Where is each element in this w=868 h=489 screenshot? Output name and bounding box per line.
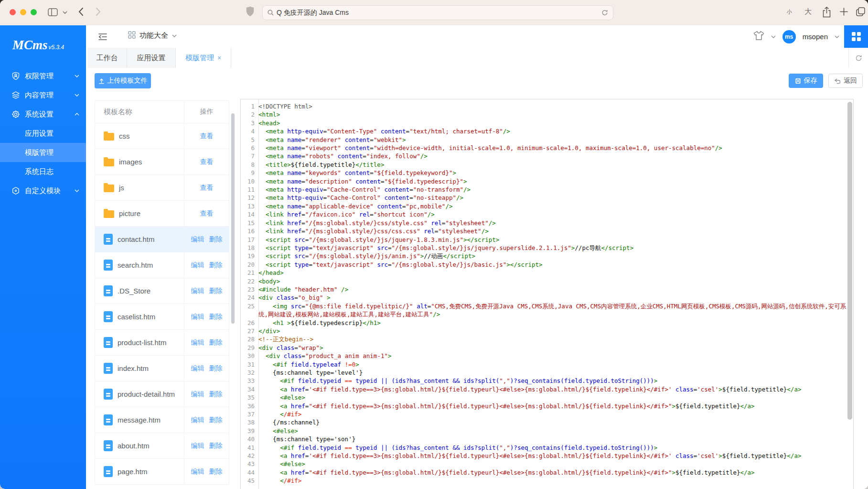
code-line[interactable]: 21</head> bbox=[241, 269, 847, 277]
avatar[interactable]: ms bbox=[782, 30, 796, 43]
code-line[interactable]: 39 <#else> bbox=[241, 427, 847, 435]
code-line[interactable]: 31 <#if field.typeleaf !=0> bbox=[241, 360, 847, 369]
code-line[interactable]: 23<#include "header.htm" /> bbox=[241, 285, 847, 293]
file-row-message.htm[interactable]: message.htm编辑删除 bbox=[95, 407, 229, 433]
app-menu[interactable]: 功能大全 bbox=[128, 31, 177, 40]
code-line[interactable]: 4 <meta http-equiv="Content-Type" conten… bbox=[241, 127, 847, 135]
code-line[interactable]: 22<body> bbox=[241, 277, 847, 285]
code-line[interactable]: 40 {ms:channel type='son'} bbox=[241, 435, 847, 443]
code-line[interactable]: 32 {ms:channel type='level'} bbox=[241, 369, 847, 377]
view-link[interactable]: 查看 bbox=[200, 209, 214, 218]
file-row-index.htm[interactable]: index.htm编辑删除 bbox=[95, 356, 229, 381]
file-row-product-detail.htm[interactable]: product-detail.htm编辑删除 bbox=[95, 381, 229, 407]
code-editor[interactable]: 1<!DOCTYPE html>2<html>3<head>4 <meta ht… bbox=[240, 99, 854, 489]
code-line[interactable]: 12 <meta http-equiv="Cache-Control" cont… bbox=[241, 194, 847, 202]
code-line[interactable]: 38 {/ms:channel} bbox=[241, 418, 847, 426]
delete-link[interactable]: 删除 bbox=[209, 390, 223, 399]
file-row-picture[interactable]: picture查看 bbox=[95, 201, 229, 227]
edit-link[interactable]: 编辑 bbox=[191, 261, 204, 270]
theme-skin-icon[interactable] bbox=[753, 31, 764, 43]
delete-link[interactable]: 删除 bbox=[209, 467, 223, 476]
edit-link[interactable]: 编辑 bbox=[191, 313, 204, 321]
save-button[interactable]: 保存 bbox=[789, 74, 823, 88]
file-row-page.htm[interactable]: page.htm编辑删除 bbox=[95, 459, 229, 485]
delete-link[interactable]: 删除 bbox=[209, 235, 223, 244]
tab-模版管理[interactable]: 模版管理× bbox=[176, 48, 231, 68]
view-link[interactable]: 查看 bbox=[200, 132, 214, 141]
code-line[interactable]: 17 <script src="/{ms:global.style/}js/jq… bbox=[241, 236, 847, 244]
upload-template-button[interactable]: 上传模板文件 bbox=[95, 73, 151, 88]
tab-应用设置[interactable]: 应用设置 bbox=[127, 48, 176, 68]
file-row-css[interactable]: css查看 bbox=[95, 123, 229, 149]
close-tab-icon[interactable]: × bbox=[217, 54, 221, 62]
code-line[interactable]: 14 <link href="/favicon.ico" rel="shortc… bbox=[241, 210, 847, 218]
code-line[interactable]: 24<div class="o_big" > bbox=[241, 293, 847, 302]
file-panel-scrollbar[interactable] bbox=[231, 113, 235, 324]
code-line[interactable]: 16 <link href="/{ms:global.style/}css/cs… bbox=[241, 227, 847, 235]
reload-icon[interactable] bbox=[601, 9, 608, 16]
code-line[interactable]: 43 <#else> bbox=[241, 460, 847, 468]
edit-link[interactable]: 编辑 bbox=[191, 467, 204, 476]
file-row-about.htm[interactable]: about.htm编辑删除 bbox=[95, 433, 229, 459]
code-line[interactable]: 13 <meta name="applicable-device" conten… bbox=[241, 202, 847, 210]
tab-工作台[interactable]: 工作台 bbox=[87, 48, 127, 68]
code-line[interactable]: 1<!DOCTYPE html> bbox=[241, 102, 847, 110]
sidebar-item-内容管理[interactable]: 内容管理 bbox=[0, 86, 86, 105]
sidebar-item-自定义模块[interactable]: 自定义模块 bbox=[0, 181, 86, 200]
delete-link[interactable]: 删除 bbox=[209, 364, 223, 373]
code-line[interactable]: 7 <meta name="robots" content="index, fo… bbox=[241, 152, 847, 160]
delete-link[interactable]: 删除 bbox=[209, 261, 223, 270]
back-button[interactable] bbox=[78, 7, 84, 16]
address-bar[interactable]: Q 免疫开源的 Java Cms bbox=[262, 5, 613, 20]
zoom-window-button[interactable] bbox=[31, 9, 37, 15]
file-row-caselist.htm[interactable]: caselist.htm编辑删除 bbox=[95, 304, 229, 330]
delete-link[interactable]: 删除 bbox=[209, 313, 223, 321]
code-line[interactable]: 15 <link href="/{ms:global.style/}css/st… bbox=[241, 219, 847, 227]
minimize-window-button[interactable] bbox=[20, 9, 26, 15]
file-row-js[interactable]: js查看 bbox=[95, 175, 229, 201]
view-link[interactable]: 查看 bbox=[200, 184, 214, 192]
file-row-.DS_Store[interactable]: .DS_Store编辑删除 bbox=[95, 278, 229, 304]
file-row-search.htm[interactable]: search.htm编辑删除 bbox=[95, 252, 229, 278]
share-icon[interactable] bbox=[823, 7, 831, 18]
code-line[interactable]: 2<html> bbox=[241, 110, 847, 119]
code-line[interactable]: 28<!--正文begin--> bbox=[241, 335, 847, 343]
file-row-product-list.htm[interactable]: product-list.htm编辑删除 bbox=[95, 330, 229, 356]
view-link[interactable]: 查看 bbox=[200, 158, 214, 166]
code-line[interactable]: 42 <a href='<#if field.type==3>{ms:globa… bbox=[241, 452, 847, 460]
code-line[interactable]: 9 <meta name="keywords" content="${field… bbox=[241, 169, 847, 177]
edit-link[interactable]: 编辑 bbox=[191, 416, 204, 424]
code-line[interactable]: 6 <meta name="viewport" content="width=d… bbox=[241, 144, 847, 152]
code-line[interactable]: 26 <h1 >${field.typedescrip}</h1> bbox=[241, 319, 847, 327]
code-line[interactable]: 3<head> bbox=[241, 119, 847, 127]
code-line[interactable]: 27</div> bbox=[241, 327, 847, 335]
code-line[interactable]: 45 </#if> bbox=[241, 477, 847, 485]
code-line[interactable]: 35 <#else> bbox=[241, 393, 847, 402]
code-line[interactable]: 10 <meta name="description" content="${f… bbox=[241, 177, 847, 185]
edit-link[interactable]: 编辑 bbox=[191, 338, 204, 347]
code-line[interactable]: 41 <#if field.typeid == typeid || (ids?h… bbox=[241, 444, 847, 452]
text-smaller-button[interactable]: 小 bbox=[787, 9, 792, 16]
collapse-sidebar-icon[interactable] bbox=[98, 32, 107, 43]
code-line[interactable]: 5 <meta name="renderer" content="webkit"… bbox=[241, 136, 847, 144]
edit-link[interactable]: 编辑 bbox=[191, 442, 204, 450]
delete-link[interactable]: 删除 bbox=[209, 287, 223, 295]
browser-sidebar-icon[interactable] bbox=[48, 8, 58, 16]
close-window-button[interactable] bbox=[10, 9, 16, 15]
sidebar-item-权限管理[interactable]: 权限管理 bbox=[0, 66, 86, 86]
chevron-down-icon[interactable] bbox=[63, 11, 67, 14]
code-line[interactable]: 30 <div class="product_a anim anim-1"> bbox=[241, 352, 847, 360]
file-row-images[interactable]: images查看 bbox=[95, 149, 229, 175]
file-row-contact.htm[interactable]: contact.htm编辑删除 bbox=[95, 227, 229, 252]
code-line[interactable]: 29<div class="wrap"> bbox=[241, 344, 847, 352]
text-larger-button[interactable]: 大 bbox=[804, 7, 812, 16]
sidebar-item-模版管理[interactable]: 模版管理 bbox=[0, 143, 86, 162]
edit-link[interactable]: 编辑 bbox=[191, 287, 204, 295]
code-line[interactable]: 20 <script type="text/javascript" src="/… bbox=[241, 261, 847, 269]
editor-scrollbar[interactable] bbox=[847, 102, 852, 420]
privacy-shield-icon[interactable] bbox=[246, 6, 254, 17]
code-line[interactable]: 19 <script src="/{ms:global.style/}js/an… bbox=[241, 252, 847, 260]
refresh-tab-icon[interactable] bbox=[848, 48, 868, 68]
edit-link[interactable]: 编辑 bbox=[191, 235, 204, 244]
tab-overview-icon[interactable] bbox=[856, 7, 865, 16]
